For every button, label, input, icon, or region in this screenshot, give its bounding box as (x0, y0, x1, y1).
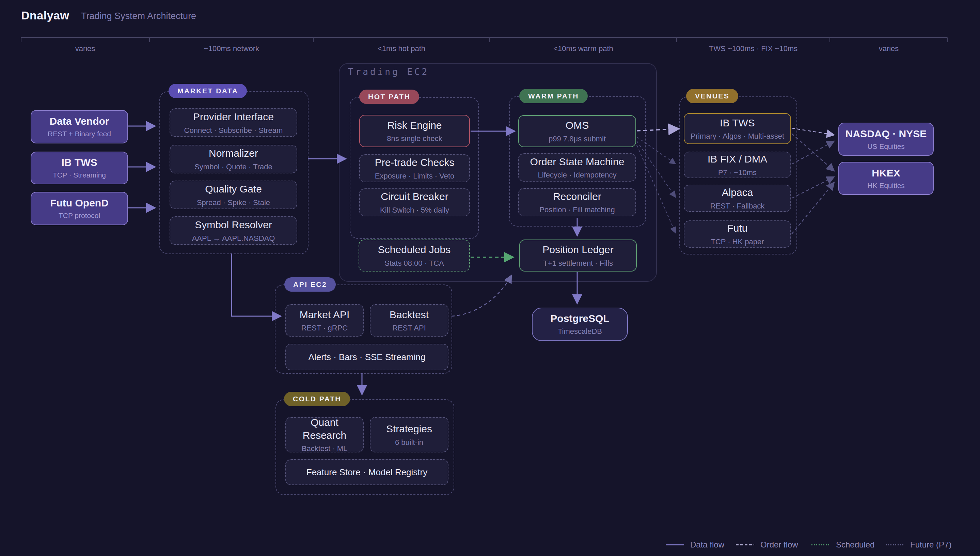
node-order-state-machine: Order State Machine Lifecycle · Idempote… (518, 153, 636, 182)
node-subtitle: TimescaleDB (558, 327, 602, 336)
node-subtitle: Kill Switch · 5% daily (380, 206, 449, 215)
legend-item-future: Future (P7) (886, 540, 951, 550)
node-feature-store-model-registry: Feature Store · Model Registry (285, 459, 448, 485)
node-title: Market API (300, 308, 350, 321)
node-subtitle: p99 7.8μs submit (548, 134, 606, 144)
node-subtitle: Position · Fill matching (539, 205, 615, 214)
node-title: Normalizer (209, 147, 258, 160)
node-circuit-breaker: Circuit Breaker Kill Switch · 5% daily (359, 188, 470, 217)
node-title: Quality Gate (205, 183, 262, 196)
node-strategies: Strategies 6 built-in (370, 417, 448, 453)
node-quality-gate: Quality Gate Spread · Spike · Stale (169, 181, 297, 209)
architecture-diagram: Dnalyaw Trading System Architecture (0, 0, 980, 556)
node-subtitle: Stats 08:00 · TCA (384, 259, 444, 268)
badge-cold-path: COLD PATH (284, 392, 350, 406)
node-subtitle: REST + Binary feed (48, 130, 111, 138)
node-title: Order State Machine (530, 155, 624, 168)
node-venue-ib-tws: IB TWS Primary · Algos · Multi-asset (684, 113, 791, 144)
node-title: Feature Store · Model Registry (306, 467, 427, 478)
node-alerts-bars-sse: Alerts · Bars · SSE Streaming (285, 344, 448, 370)
node-title: Pre-trade Checks (375, 156, 454, 169)
node-venue-alpaca: Alpaca REST · Fallback (684, 185, 791, 212)
node-subtitle: Spread · Spike · Stale (197, 198, 270, 207)
node-subtitle: P7 · ~10ms (718, 168, 757, 177)
node-quant-research: Quant Research Backtest · ML (285, 417, 364, 453)
node-risk-engine: Risk Engine 8ns single check (359, 115, 470, 147)
legend-line-data-flow (666, 543, 684, 546)
node-subtitle: Connect · Subscribe · Stream (184, 126, 283, 135)
node-title: Alpaca (722, 186, 753, 199)
node-market-api: Market API REST · gRPC (285, 304, 364, 336)
node-provider-interface: Provider Interface Connect · Subscribe ·… (169, 108, 297, 137)
node-title: Alerts · Bars · SSE Streaming (308, 352, 426, 363)
badge-venues: VENUES (686, 89, 738, 103)
node-subtitle: 6 built-in (395, 438, 423, 447)
node-subtitle: HK Equities (867, 182, 905, 190)
legend-label: Data flow (690, 540, 724, 550)
node-oms: OMS p99 7.8μs submit (518, 115, 636, 147)
legend-label: Future (P7) (910, 540, 951, 550)
node-ib-tws-source: IB TWS TCP · Streaming (31, 152, 128, 184)
node-title: Futu OpenD (50, 197, 109, 209)
node-normalizer: Normalizer Symbol · Quote · Trade (169, 145, 297, 173)
node-reconciler: Reconciler Position · Fill matching (518, 188, 636, 217)
node-title: IB TWS (62, 157, 97, 168)
legend-label: Scheduled (836, 540, 874, 550)
node-symbol-resolver: Symbol Resolver AAPL → AAPL.NASDAQ (169, 217, 297, 245)
badge-hot-path: HOT PATH (359, 90, 419, 104)
node-futu-opend: Futu OpenD TCP protocol (31, 192, 128, 225)
node-subtitle: US Equities (867, 142, 905, 150)
legend-item-order-flow: Order flow (736, 540, 798, 550)
node-hkex: HKEX HK Equities (838, 162, 934, 195)
node-nasdaq-nyse: NASDAQ · NYSE US Equities (838, 123, 934, 156)
node-subtitle: Backtest · ML (302, 444, 347, 453)
node-title: Risk Engine (387, 119, 442, 132)
legend-line-future (886, 543, 904, 546)
node-subtitle: Symbol · Quote · Trade (194, 163, 272, 171)
node-title: Quant Research (290, 416, 359, 441)
node-subtitle: REST · gRPC (301, 324, 348, 333)
node-title: Position Ledger (542, 243, 613, 256)
node-title: IB FIX / DMA (708, 153, 767, 166)
node-title: Futu (727, 222, 748, 235)
node-subtitle: Exposure · Limits · Veto (375, 172, 455, 181)
node-subtitle: 8ns single check (387, 134, 442, 143)
connector-layer (0, 0, 980, 556)
node-title: Scheduled Jobs (378, 243, 451, 256)
node-position-ledger: Position Ledger T+1 settlement · Fills (519, 239, 637, 272)
node-subtitle: TCP · Streaming (53, 171, 106, 179)
badge-market-data: MARKET DATA (169, 84, 247, 98)
node-title: PostgreSQL (550, 313, 609, 324)
timeline-ruler (21, 37, 947, 42)
node-title: NASDAQ · NYSE (846, 128, 927, 140)
legend-line-order-flow (736, 543, 754, 546)
node-title: Provider Interface (193, 110, 274, 123)
badge-api-ec2: API EC2 (284, 277, 336, 292)
node-subtitle: REST · Fallback (710, 202, 765, 210)
node-subtitle: TCP · HK paper (711, 238, 764, 246)
legend-item-data-flow: Data flow (666, 540, 724, 550)
node-title: Data Vendor (49, 115, 109, 127)
node-subtitle: T+1 settlement · Fills (543, 259, 613, 268)
node-data-vendor: Data Vendor REST + Binary feed (31, 110, 128, 144)
node-title: OMS (566, 119, 589, 132)
node-subtitle: Lifecycle · Idempotency (538, 171, 616, 179)
node-pre-trade-checks: Pre-trade Checks Exposure · Limits · Vet… (359, 154, 470, 182)
node-venue-ib-fix-dma: IB FIX / DMA P7 · ~10ms (684, 152, 791, 178)
legend-line-scheduled (811, 543, 830, 546)
node-title: IB TWS (720, 116, 755, 129)
legend-item-scheduled: Scheduled (811, 540, 874, 550)
node-title: Backtest (390, 308, 429, 321)
node-subtitle: TCP protocol (58, 212, 100, 220)
node-title: Circuit Breaker (381, 190, 448, 203)
node-title: Reconciler (553, 190, 601, 203)
legend-label: Order flow (760, 540, 798, 550)
node-backtest: Backtest REST API (370, 304, 448, 336)
node-subtitle: AAPL → AAPL.NASDAQ (192, 234, 275, 243)
badge-warm-path: WARM PATH (519, 89, 588, 103)
node-subtitle: Primary · Algos · Multi-asset (691, 132, 784, 141)
node-venue-futu: Futu TCP · HK paper (684, 220, 791, 248)
node-subtitle: REST API (392, 324, 426, 333)
node-title: Symbol Resolver (195, 218, 272, 231)
node-title: Strategies (386, 422, 432, 435)
